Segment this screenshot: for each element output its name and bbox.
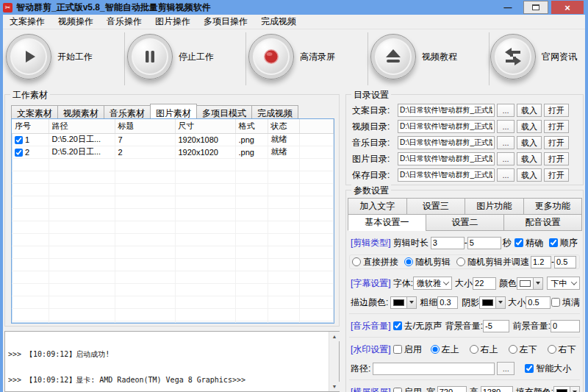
website-news-label: 官网资讯 xyxy=(542,51,577,63)
tab-basic-settings1[interactable]: 基本设置一 xyxy=(348,214,426,231)
outline-row: 描边颜色: 粗细 阴影 大小 填满 xyxy=(351,295,580,310)
menu-item-image[interactable]: 图片操作 xyxy=(148,14,197,29)
subtitle-position-select[interactable]: 下中 xyxy=(547,277,580,290)
wm-bottomright-radio[interactable] xyxy=(548,345,556,354)
random-clip-radio[interactable] xyxy=(404,257,413,266)
speed-to-input[interactable] xyxy=(554,256,576,268)
menu-item-video[interactable]: 视频操作 xyxy=(51,14,100,29)
table-row[interactable]: 1 D:\5.20日工... 7 1920x1080 .png 就绪 xyxy=(12,133,334,146)
width-input[interactable] xyxy=(437,386,467,392)
website-news-button[interactable] xyxy=(490,34,536,79)
menu-item-music[interactable]: 音乐操作 xyxy=(100,14,148,29)
tab-add-text[interactable]: 加入文字 xyxy=(348,198,407,215)
bg-volume-input[interactable] xyxy=(483,320,509,332)
menu-item-multiproject[interactable]: 多项目操作 xyxy=(197,14,254,29)
aspect-enable-checkbox[interactable] xyxy=(393,388,402,392)
col-index[interactable]: 序号 xyxy=(12,119,49,133)
video-dir-input[interactable] xyxy=(398,120,495,133)
random-speed-radio[interactable] xyxy=(456,257,465,266)
minimize-button[interactable]: — xyxy=(495,1,520,14)
tab-image-functions[interactable]: 图片功能 xyxy=(465,198,524,215)
load-button[interactable]: 载入 xyxy=(517,168,542,182)
col-path[interactable]: 路径 xyxy=(49,119,115,133)
row-checkbox[interactable] xyxy=(15,136,23,144)
music-dir-input[interactable] xyxy=(398,136,495,149)
clip-min-input[interactable] xyxy=(431,237,465,249)
scroll-down-icon[interactable]: ▼ xyxy=(329,382,340,391)
stop-work-button[interactable] xyxy=(127,34,173,79)
tab-settings2[interactable]: 设置二 xyxy=(426,214,504,231)
col-format[interactable]: 格式 xyxy=(235,119,268,133)
font-select[interactable]: 微软雅 xyxy=(413,277,452,290)
height-input[interactable] xyxy=(481,386,513,392)
load-button[interactable]: 载入 xyxy=(517,136,542,149)
save-dir-input[interactable] xyxy=(398,168,495,182)
tab-dubbing-settings[interactable]: 配音设置 xyxy=(503,214,582,231)
browse-button[interactable]: ... xyxy=(497,136,514,149)
outline-color-picker[interactable] xyxy=(390,296,417,309)
wm-topright-radio[interactable] xyxy=(470,345,478,354)
tab-copywriting-material[interactable]: 文案素材 xyxy=(11,105,58,118)
open-button[interactable]: 打开 xyxy=(544,120,569,133)
tab-music-material[interactable]: 音乐素材 xyxy=(104,105,151,118)
wm-path-input[interactable] xyxy=(373,363,495,375)
record-screen-button[interactable] xyxy=(248,34,294,79)
col-size[interactable]: 尺寸 xyxy=(175,119,235,133)
load-button[interactable]: 载入 xyxy=(517,152,542,165)
outline-width-input[interactable] xyxy=(437,296,458,309)
wm-topleft-radio[interactable] xyxy=(431,345,440,354)
fill-color-picker[interactable] xyxy=(553,386,580,392)
col-status[interactable]: 状态 xyxy=(268,119,299,133)
copywriting-dir-input[interactable] xyxy=(398,104,495,117)
table-row[interactable]: 2 D:\5.20日工... 2 1920x1020 .png 就绪 xyxy=(12,146,334,158)
row-checkbox[interactable] xyxy=(15,149,23,157)
open-button[interactable]: 打开 xyxy=(544,136,569,149)
mute-checkbox[interactable] xyxy=(393,321,402,330)
tab-image-material[interactable]: 图片素材 xyxy=(150,104,197,118)
order-checkbox[interactable] xyxy=(549,238,558,247)
wm-bottomleft-radio[interactable] xyxy=(509,345,517,354)
col-title[interactable]: 标题 xyxy=(115,119,175,133)
shadow-color-picker[interactable] xyxy=(479,296,506,309)
tab-finished-video[interactable]: 完成视频 xyxy=(251,105,298,118)
speed-from-input[interactable] xyxy=(531,256,551,268)
image-dir-input[interactable] xyxy=(398,152,495,165)
font-size-input[interactable] xyxy=(473,277,496,290)
color-swatch-black xyxy=(482,299,493,306)
browse-button[interactable]: ... xyxy=(497,120,514,133)
menu-item-finished[interactable]: 完成视频 xyxy=(254,14,303,29)
start-work-button[interactable] xyxy=(6,34,51,79)
load-button[interactable]: 载入 xyxy=(517,120,542,133)
wm-browse-button[interactable]: ... xyxy=(497,362,514,375)
close-button[interactable]: × xyxy=(551,1,584,14)
fg-volume-input[interactable] xyxy=(551,320,580,332)
dir-row-image: 图片目录: ... 载入 打开 xyxy=(352,152,583,165)
tab-multiproject-mode[interactable]: 多项目模式 xyxy=(196,105,252,118)
smart-size-checkbox[interactable] xyxy=(525,364,534,373)
open-button[interactable]: 打开 xyxy=(544,104,569,117)
load-button[interactable]: 载入 xyxy=(517,104,542,117)
font-color-picker[interactable] xyxy=(517,277,543,290)
scroll-up-icon[interactable]: ▲ xyxy=(329,332,340,341)
log-scrollbar[interactable]: ▲ ▼ xyxy=(329,332,339,391)
direct-join-radio[interactable] xyxy=(352,257,361,266)
col-extra xyxy=(299,119,334,133)
shadow-size-input[interactable] xyxy=(526,296,551,309)
tab-more-functions[interactable]: 更多功能 xyxy=(523,198,583,215)
log-console[interactable]: >>> 【10:09:12】启动成功! >>> 【10:09:12】显卡: AM… xyxy=(4,331,340,392)
outline-color-label: 描边颜色: xyxy=(351,296,388,309)
watermark-enable-checkbox[interactable] xyxy=(393,345,402,354)
tab-settings3[interactable]: 设置三 xyxy=(406,198,466,215)
open-button[interactable]: 打开 xyxy=(544,152,569,165)
browse-button[interactable]: ... xyxy=(497,152,514,165)
tutorial-button[interactable] xyxy=(370,34,416,79)
fill-checkbox[interactable] xyxy=(551,298,560,307)
browse-button[interactable]: ... xyxy=(497,168,514,182)
maximize-button[interactable] xyxy=(523,1,548,14)
browse-button[interactable]: ... xyxy=(497,104,514,117)
clip-max-input[interactable] xyxy=(467,237,501,249)
accurate-checkbox[interactable] xyxy=(514,238,523,247)
tab-video-material[interactable]: 视频素材 xyxy=(57,105,104,118)
open-button[interactable]: 打开 xyxy=(544,168,569,182)
menu-item-copywriting[interactable]: 文案操作 xyxy=(3,14,51,29)
